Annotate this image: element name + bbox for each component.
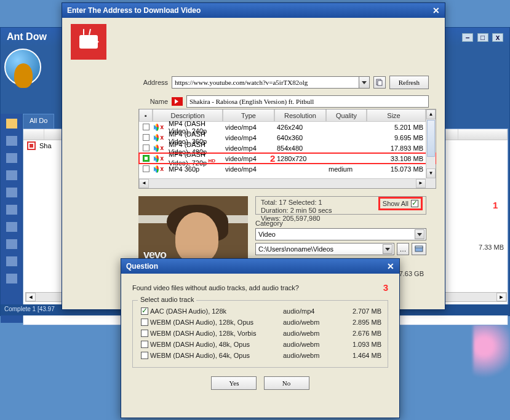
checkbox-icon[interactable]: [143, 134, 149, 141]
audio-type: audio/webm: [283, 341, 338, 348]
audio-row[interactable]: WEBM (DASH Audio), 48k, Opusaudio/webm1.…: [139, 339, 381, 350]
col-size[interactable]: Size: [367, 109, 426, 122]
h-scrollbar[interactable]: ◄►: [139, 178, 426, 188]
category-area: Category Video C:\Users\noname\Videos …: [255, 220, 426, 255]
audio-type: audio/webm: [283, 352, 338, 359]
col-resolution[interactable]: Resolution: [274, 109, 326, 122]
stats-box: Total: 17 Selected: 1 Duration: 2 min 50…: [255, 196, 426, 215]
tab-all-downloads[interactable]: All Do: [23, 114, 54, 129]
name-input[interactable]: [186, 95, 429, 108]
col-checkbox[interactable]: ▪: [139, 109, 153, 122]
maximize-button[interactable]: □: [477, 33, 488, 42]
checkbox-icon[interactable]: [141, 341, 148, 348]
refresh-button[interactable]: Refresh: [389, 76, 429, 89]
show-all-checkbox[interactable]: Show All: [380, 199, 421, 208]
audio-row[interactable]: WEBM (DASH Audio), 64k, Opusaudio/webm1.…: [139, 350, 381, 361]
format-size: 9.695 MB: [367, 134, 426, 141]
no-button[interactable]: No: [264, 376, 309, 390]
formats-table: ▪ Description Type Resolution Quality Si…: [138, 109, 436, 189]
question-titlebar[interactable]: Question ✕: [121, 259, 399, 274]
checkbox-icon[interactable]: [141, 307, 148, 315]
format-res: 854x480: [274, 145, 326, 152]
youtube-icon: [172, 97, 183, 106]
tool-icon[interactable]: [6, 188, 17, 197]
camera-icon: [79, 35, 98, 49]
annotation-2: 2: [270, 153, 275, 164]
audio-row[interactable]: WEBM (DASH Audio), 128k, Opusaudio/webm2…: [139, 317, 381, 328]
audio-row[interactable]: WEBM (DASH Audio), 128k, Vorbisaudio/web…: [139, 328, 381, 339]
x-icon: x: [160, 145, 164, 152]
folder-icon[interactable]: [6, 119, 17, 129]
audio-desc: WEBM (DASH Audio), 64k, Opus: [150, 352, 283, 359]
tabs: All Do: [23, 114, 54, 129]
address-label: Address: [137, 79, 168, 86]
col-type[interactable]: Type: [223, 109, 274, 122]
audio-track-group: Select audio track AAC (DASH Audio), 128…: [132, 300, 388, 368]
name-label: Name: [137, 98, 168, 105]
video-thumbnail: vevo: [138, 196, 248, 264]
address-input[interactable]: [172, 76, 359, 89]
format-size: 5.201 MB: [367, 124, 426, 131]
checkbox-icon[interactable]: [143, 124, 149, 130]
tool-icon[interactable]: [6, 205, 17, 215]
svg-rect-3: [415, 246, 423, 248]
format-row[interactable]: xMP4 360pvideo/mp4medium15.073 MB: [139, 164, 436, 174]
checkbox-icon[interactable]: [143, 145, 149, 151]
question-dialog: Question ✕ Found video files without aud…: [121, 258, 400, 418]
format-qual: medium: [326, 165, 367, 173]
checkbox-icon[interactable]: [141, 352, 148, 359]
paste-button[interactable]: [373, 76, 386, 89]
decorative-blur: [473, 322, 510, 383]
annotation-1: 1: [493, 200, 498, 210]
tool-icon[interactable]: [6, 222, 17, 232]
close-icon[interactable]: ✕: [432, 6, 440, 15]
tool-icon[interactable]: [6, 256, 17, 266]
x-icon: x: [160, 134, 164, 141]
format-res: 640x360: [274, 134, 326, 141]
col-quality[interactable]: Quality: [326, 109, 367, 122]
audio-desc: WEBM (DASH Audio), 128k, Opus: [150, 319, 283, 326]
tool-icon[interactable]: [6, 239, 17, 249]
dropdown-icon[interactable]: [359, 76, 370, 89]
format-res: 426x240: [274, 124, 326, 131]
format-row[interactable]: xMP4 (DASH Video), 720p HDvideo/mp41280x…: [139, 153, 436, 164]
checkbox-icon[interactable]: [141, 319, 148, 326]
checkbox-icon[interactable]: [141, 330, 148, 337]
checkbox-icon[interactable]: [143, 165, 149, 172]
format-res: 1280x720: [274, 155, 326, 162]
category-select[interactable]: Video: [255, 228, 426, 240]
format-type: video/mp4: [223, 165, 274, 173]
minimize-button[interactable]: –: [462, 33, 473, 42]
path-select[interactable]: C:\Users\noname\Videos: [255, 243, 394, 255]
format-desc: MP4 360p: [166, 165, 223, 173]
close-button[interactable]: x: [492, 33, 503, 42]
yes-button[interactable]: Yes: [211, 376, 257, 390]
category-label: Category: [255, 220, 426, 227]
close-icon[interactable]: ✕: [387, 261, 394, 271]
format-type: video/mp4: [223, 124, 274, 131]
disk-icon[interactable]: [412, 243, 426, 255]
media-icon: [155, 134, 159, 141]
address-combo: [172, 76, 370, 89]
x-icon: x: [160, 124, 164, 131]
window-controls: – □ x: [461, 31, 503, 42]
audio-desc: AAC (DASH Audio), 128k: [150, 307, 283, 315]
tool-icon[interactable]: [6, 153, 17, 163]
dialog-titlebar[interactable]: Enter The Address to Download Video ✕: [62, 3, 445, 18]
audio-row[interactable]: AAC (DASH Audio), 128kaudio/mp42.707 MB: [139, 306, 381, 317]
browse-button[interactable]: …: [397, 243, 409, 255]
v-scrollbar[interactable]: ▲ ▼: [426, 109, 436, 178]
chevron-down-icon: [383, 244, 392, 254]
checkbox-icon[interactable]: [411, 200, 418, 207]
audio-size: 2.895 MB: [338, 319, 381, 326]
x-icon: x: [160, 165, 164, 173]
media-icon: [155, 124, 159, 131]
tool-icon[interactable]: [6, 274, 17, 283]
audio-type: audio/webm: [283, 319, 338, 326]
format-type: video/mp4: [223, 155, 274, 162]
free-space: 7.63 GB: [399, 270, 424, 277]
tool-icon[interactable]: [6, 136, 17, 146]
tool-icon[interactable]: [6, 170, 17, 180]
checkbox-icon[interactable]: [143, 155, 149, 162]
audio-type: audio/webm: [283, 330, 338, 337]
